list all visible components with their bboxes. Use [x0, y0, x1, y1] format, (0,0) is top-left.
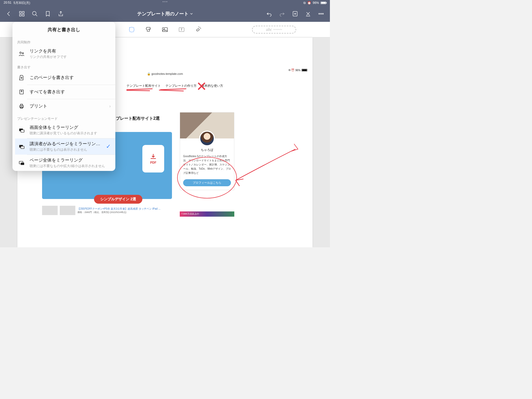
profile-card: ちゃろぼ GoodNotes 5のテンプレートの作成方法、ダウンロードサイトをま…	[180, 112, 234, 190]
svg-point-12	[319, 13, 320, 14]
chevron-down-icon	[190, 12, 193, 15]
handwriting-preview[interactable]: abc ~~~~	[252, 26, 296, 34]
undo-button[interactable]	[263, 8, 275, 19]
nav-bar: テンプレート用のノート	[0, 6, 330, 22]
svg-point-24	[22, 53, 24, 54]
svg-point-13	[321, 13, 322, 14]
share-export-popover: 共有と書き出し 共同制作 リンクを共有 リンクの共有がオフです 書き出す このペ…	[12, 22, 115, 171]
share-link-item[interactable]: リンクを共有 リンクの共有がオフです	[15, 46, 115, 62]
battery-icon	[321, 2, 326, 4]
text-tool[interactable]: T	[177, 25, 186, 34]
status-bar: 20:51 5月30日(月) ⧉ ⏰ 96%	[0, 0, 330, 6]
print-icon	[17, 102, 26, 111]
svg-line-20	[200, 27, 200, 28]
more-button[interactable]	[315, 8, 327, 19]
document-title[interactable]: テンプレート用のノート	[137, 11, 193, 17]
svg-rect-32	[21, 146, 24, 149]
page-heading: プレート配布サイト2選	[116, 116, 160, 121]
red-x-annotation: ✕	[196, 79, 207, 94]
svg-rect-30	[21, 130, 24, 132]
share-link-subtitle: リンクの共有がオフです	[30, 55, 111, 59]
page-site-nav: テンプレート配布サイト テンプレートの作り方 基本的な使い方	[127, 84, 223, 88]
svg-rect-0	[19, 11, 21, 13]
close-edit-button[interactable]	[302, 8, 314, 19]
share-link-title: リンクを共有	[30, 48, 111, 54]
section-presentation-label: プレゼンテーションモード	[12, 113, 115, 122]
status-date: 5月30日(月)	[14, 1, 30, 5]
thumbnails-button[interactable]	[16, 8, 28, 19]
section-export-label: 書き出す	[12, 62, 115, 71]
page-mini-status: ⧉ ⏰96%	[289, 69, 307, 72]
mirror-presenter-icon	[17, 142, 26, 151]
card-pill: シンプルデザイン 2選	[94, 195, 142, 204]
export-page-item[interactable]: このページを書き出す	[15, 71, 115, 85]
svg-rect-1	[22, 11, 24, 13]
status-time: 20:51	[4, 1, 11, 5]
bottom-banner: 7,500万点以上の	[180, 211, 234, 217]
share-button[interactable]	[55, 8, 66, 19]
export-all-icon	[17, 88, 26, 96]
redo-button[interactable]	[276, 8, 288, 19]
people-icon	[17, 49, 26, 58]
svg-point-4	[32, 11, 36, 15]
lasso-tool[interactable]	[128, 25, 136, 34]
svg-line-21	[200, 28, 201, 28]
mirror-all-icon	[17, 126, 26, 135]
page-export-icon	[17, 73, 26, 82]
back-button[interactable]	[3, 8, 15, 19]
page-url: 🔒 goodnotes-template.com	[147, 72, 183, 76]
mirror-page-item[interactable]: ページ全体をミラーリング 聴衆には不要なものや拡大/縮小は表示されません	[15, 155, 115, 171]
mirror-presenter-item[interactable]: 講演者がみるページをミラーリングする 聴衆には不要なものは表示されません ✓	[15, 138, 115, 155]
svg-rect-34	[21, 163, 24, 165]
svg-rect-3	[22, 14, 24, 16]
svg-rect-27	[21, 104, 23, 105]
mirror-all-item[interactable]: 画面全体をミラーリング 聴衆に講演者が見ているものが表示されます	[15, 122, 115, 138]
svg-rect-19	[196, 28, 200, 31]
svg-point-16	[164, 29, 164, 29]
svg-rect-26	[20, 105, 23, 108]
profile-hero-image	[180, 112, 234, 138]
popover-title: 共有と書き出し	[12, 22, 115, 37]
stamp-tool[interactable]	[144, 25, 152, 34]
mirror-page-icon	[17, 158, 26, 167]
profile-avatar	[199, 131, 215, 146]
svg-line-5	[36, 15, 37, 16]
pdf-icon: PDF	[142, 145, 164, 172]
svg-point-23	[20, 52, 21, 54]
alarm-icon: ⏰	[307, 1, 311, 5]
search-button[interactable]	[29, 8, 41, 19]
status-battery-percent: 96%	[313, 1, 319, 5]
profile-button: プロフィールはこちら	[183, 179, 231, 186]
image-tool[interactable]	[161, 25, 169, 34]
ad-strip: 【200円OFFクーポン+P5倍 楽天1位常連】超高感度 タッチペン iPad …	[42, 206, 172, 215]
svg-text:T: T	[181, 28, 183, 31]
chevron-right-icon: ›	[109, 104, 111, 109]
laser-tool[interactable]	[194, 25, 202, 34]
print-item[interactable]: プリント ›	[15, 99, 115, 113]
check-icon: ✓	[106, 143, 111, 150]
svg-rect-2	[19, 14, 21, 16]
add-page-button[interactable]	[289, 8, 301, 19]
multitask-dots-icon[interactable]	[163, 1, 167, 2]
export-all-item[interactable]: すべてを書き出す	[15, 85, 115, 99]
section-collaboration-label: 共同制作	[12, 37, 115, 46]
profile-name: ちゃろぼ	[180, 148, 234, 152]
bookmark-button[interactable]	[42, 8, 54, 19]
link-icon: ⧉	[303, 1, 306, 5]
svg-point-14	[322, 13, 323, 14]
profile-description: GoodNotes 5のテンプレートの作成方法、ダウンロードサイトをまとめた専門…	[180, 152, 234, 177]
